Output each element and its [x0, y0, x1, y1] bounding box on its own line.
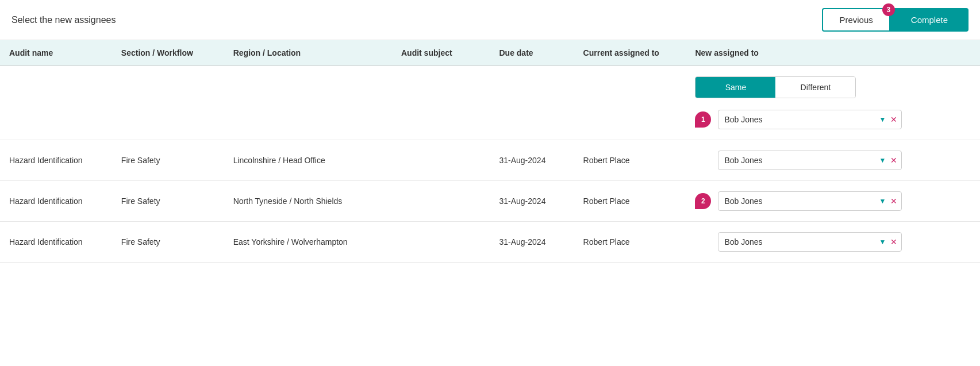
row-assignee-wrapper-0: Bob Jones ▼ ✕: [695, 151, 971, 170]
col-due: Due date: [490, 40, 574, 66]
col-section: Section / Workflow: [112, 40, 224, 66]
header-actions: Previous 3 Complete: [822, 8, 969, 32]
col-subject: Audit subject: [392, 40, 490, 66]
col-current: Current assigned to: [574, 40, 686, 66]
region-cell: East Yorkshire / Wolverhampton: [224, 222, 392, 263]
subject-cell: [392, 140, 490, 181]
global-assignee-row: Same Different 1 Bob Jones ▼ ✕: [0, 66, 980, 140]
row-assignee-wrapper-2: Bob Jones ▼ ✕: [695, 232, 971, 252]
section-cell: Fire Safety: [112, 181, 224, 222]
row-assignee-select-2[interactable]: Bob Jones: [718, 232, 902, 252]
assignee-badge-2: 2: [695, 193, 711, 209]
current-assigned-cell: Robert Place: [574, 140, 686, 181]
current-assigned-cell: Robert Place: [574, 222, 686, 263]
subject-cell: [392, 181, 490, 222]
due-date-cell: 31-Aug-2024: [490, 140, 574, 181]
new-assigned-cell: 2 Bob Jones ▼ ✕: [686, 181, 980, 222]
previous-label: Previous: [839, 15, 873, 25]
row-select-container-2: Bob Jones ▼ ✕: [718, 232, 902, 252]
audit-name-cell: Hazard Identification: [0, 140, 112, 181]
audit-table: Audit name Section / Workflow Region / L…: [0, 40, 980, 263]
audit-name-cell: Hazard Identification: [0, 181, 112, 222]
clear-icon-1[interactable]: ✕: [890, 197, 897, 206]
col-new: New assigned to: [686, 40, 980, 66]
table-row: Hazard Identification Fire Safety Lincol…: [0, 140, 980, 181]
previous-button[interactable]: Previous 3: [822, 8, 890, 32]
table-container: Audit name Section / Workflow Region / L…: [0, 40, 980, 274]
page-title: Select the new assignees: [11, 15, 116, 25]
complete-button[interactable]: Complete: [890, 8, 969, 32]
col-audit-name: Audit name: [0, 40, 112, 66]
due-date-cell: 31-Aug-2024: [490, 222, 574, 263]
global-assignee-select[interactable]: Bob Jones: [718, 110, 902, 129]
same-different-toggle[interactable]: Same Different: [695, 76, 856, 98]
section-cell: Fire Safety: [112, 140, 224, 181]
table-row: Hazard Identification Fire Safety North …: [0, 181, 980, 222]
global-empty-cols: [0, 66, 686, 140]
clear-icon-2[interactable]: ✕: [890, 237, 897, 246]
new-assigned-cell: Bob Jones ▼ ✕: [686, 140, 980, 181]
global-select-container: Bob Jones ▼ ✕: [718, 110, 902, 129]
section-cell: Fire Safety: [112, 222, 224, 263]
different-button[interactable]: Different: [775, 77, 855, 98]
region-cell: Lincolnshire / Head Office: [224, 140, 392, 181]
table-header-row: Audit name Section / Workflow Region / L…: [0, 40, 980, 66]
previous-badge: 3: [882, 3, 895, 16]
clear-icon-0[interactable]: ✕: [890, 156, 897, 165]
current-assigned-cell: Robert Place: [574, 181, 686, 222]
table-row: Hazard Identification Fire Safety East Y…: [0, 222, 980, 263]
row-select-container-0: Bob Jones ▼ ✕: [718, 151, 902, 170]
col-region: Region / Location: [224, 40, 392, 66]
global-assignee-wrapper: 1 Bob Jones ▼ ✕: [695, 110, 971, 129]
page-header: Select the new assignees Previous 3 Comp…: [0, 0, 980, 40]
new-assigned-cell: Bob Jones ▼ ✕: [686, 222, 980, 263]
subject-cell: [392, 222, 490, 263]
due-date-cell: 31-Aug-2024: [490, 181, 574, 222]
row-assignee-select-0[interactable]: Bob Jones: [718, 151, 902, 170]
complete-label: Complete: [911, 15, 948, 25]
global-new-assigned-cell: Same Different 1 Bob Jones ▼ ✕: [686, 66, 980, 140]
clear-icon[interactable]: ✕: [890, 115, 897, 124]
assignee-badge-1: 1: [695, 111, 711, 128]
row-assignee-select-1[interactable]: Bob Jones: [718, 191, 902, 211]
audit-name-cell: Hazard Identification: [0, 222, 112, 263]
region-cell: North Tyneside / North Shields: [224, 181, 392, 222]
same-button[interactable]: Same: [695, 77, 775, 98]
row-select-container-1: Bob Jones ▼ ✕: [718, 191, 902, 211]
row-assignee-wrapper-1: 2 Bob Jones ▼ ✕: [695, 191, 971, 211]
